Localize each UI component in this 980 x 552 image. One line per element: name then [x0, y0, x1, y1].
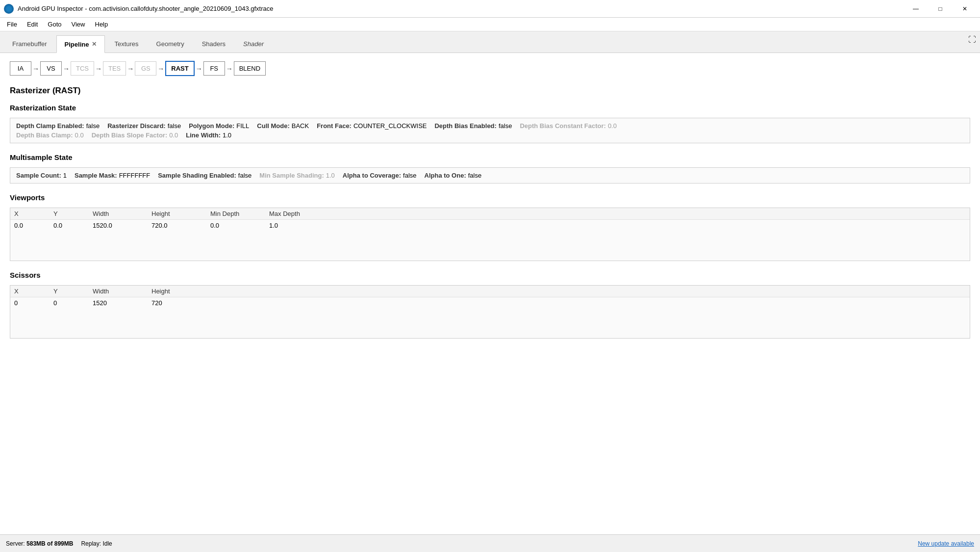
viewport-min-depth: 0.0	[210, 222, 269, 229]
maximize-button[interactable]: □	[929, 1, 952, 16]
depth-bias-slope-factor: Depth Bias Slope Factor: 0.0	[92, 131, 178, 139]
viewports-title: Viewports	[10, 193, 970, 202]
scissors-col-x: X	[14, 288, 53, 295]
menu-view[interactable]: View	[67, 19, 90, 30]
stage-rast[interactable]: RAST	[165, 61, 194, 76]
viewport-y: 0.0	[53, 222, 93, 229]
depth-bias-constant-factor: Depth Bias Constant Factor: 0.0	[520, 122, 617, 130]
scissors-row-0: 0 0 1520 720	[10, 297, 970, 309]
minimize-button[interactable]: —	[905, 1, 927, 16]
min-sample-shading: Min Sample Shading: 1.0	[259, 172, 335, 179]
status-left: Server: 583MB of 899MB Replay: Idle	[6, 540, 112, 547]
sample-mask: Sample Mask: FFFFFFFF	[75, 172, 150, 179]
tab-maximize-icon[interactable]: ⛶	[968, 35, 976, 44]
scissors-y: 0	[53, 299, 93, 307]
arrow-3: →	[94, 65, 103, 73]
viewport-col-max-depth: Max Depth	[269, 210, 328, 217]
menu-bar: File Edit Goto View Help	[0, 18, 980, 31]
rasterization-state-table: Depth Clamp Enabled: false Rasterizer Di…	[10, 118, 970, 143]
scissors-col-width: Width	[93, 288, 151, 295]
rasterizer-discard: Rasterizer Discard: false	[107, 122, 181, 130]
close-button[interactable]: ✕	[954, 1, 976, 16]
viewport-height: 720.0	[151, 222, 210, 229]
server-memory: 583MB of 899MB	[26, 540, 73, 547]
front-face: Front Face: COUNTER_CLOCKWISE	[317, 122, 427, 130]
tab-bar: Framebuffer Pipeline ✕ Textures Geometry…	[0, 31, 980, 53]
scissors-x: 0	[14, 299, 53, 307]
stage-blend[interactable]: BLEND	[234, 61, 266, 76]
tab-framebuffer[interactable]: Framebuffer	[4, 35, 55, 53]
cull-mode: Cull Mode: BACK	[257, 122, 309, 130]
viewport-max-depth: 1.0	[269, 222, 328, 229]
arrow-7: →	[225, 65, 234, 73]
viewport-width: 1520.0	[93, 222, 151, 229]
tab-shader[interactable]: Shader	[235, 35, 272, 53]
multisample-row: Sample Count: 1 Sample Mask: FFFFFFFF Sa…	[16, 172, 964, 179]
tab-geometry[interactable]: Geometry	[148, 35, 193, 53]
rasterization-row-1: Depth Clamp Enabled: false Rasterizer Di…	[16, 122, 964, 130]
menu-goto[interactable]: Goto	[43, 19, 66, 30]
rasterization-section-title: Rasterization State	[10, 104, 970, 112]
status-server-label: Server: 583MB of 899MB	[6, 540, 73, 547]
status-bar: Server: 583MB of 899MB Replay: Idle New …	[0, 534, 980, 552]
page-title: Rasterizer (RAST)	[10, 86, 970, 96]
viewport-x: 0.0	[14, 222, 53, 229]
sample-count: Sample Count: 1	[16, 172, 67, 179]
alpha-to-coverage: Alpha to Coverage: false	[343, 172, 417, 179]
tab-close-pipeline[interactable]: ✕	[92, 41, 97, 48]
title-bar: Android GPU Inspector - com.activision.c…	[0, 0, 980, 18]
alpha-to-one: Alpha to One: false	[425, 172, 482, 179]
scissors-title: Scissors	[10, 271, 970, 279]
depth-bias-enabled: Depth Bias Enabled: false	[434, 122, 512, 130]
stage-ia[interactable]: IA	[10, 61, 31, 76]
menu-file[interactable]: File	[2, 19, 22, 30]
arrow-2: →	[62, 65, 71, 73]
scissors-col-height: Height	[151, 288, 210, 295]
stage-tcs[interactable]: TCS	[71, 61, 94, 76]
depth-clamp-enabled: Depth Clamp Enabled: false	[16, 122, 100, 130]
title-bar-left: Android GPU Inspector - com.activision.c…	[4, 4, 274, 14]
scissors-section: Scissors X Y Width Height 0 0 1520 720	[10, 271, 970, 339]
main-content: IA → VS → TCS → TES → GS → RAST → FS → B…	[0, 53, 980, 534]
server-label: Server:	[6, 540, 25, 547]
viewport-row-0: 0.0 0.0 1520.0 720.0 0.0 1.0	[10, 220, 970, 231]
window-title: Android GPU Inspector - com.activision.c…	[18, 5, 274, 12]
scissors-height: 720	[151, 299, 210, 307]
viewport-col-min-depth: Min Depth	[210, 210, 269, 217]
multisample-state-table: Sample Count: 1 Sample Mask: FFFFFFFF Sa…	[10, 167, 970, 184]
arrow-4: →	[126, 65, 135, 73]
update-link[interactable]: New update available	[918, 540, 974, 547]
viewports-header: X Y Width Height Min Depth Max Depth	[10, 208, 970, 220]
viewport-col-y: Y	[53, 210, 93, 217]
tab-textures[interactable]: Textures	[106, 35, 147, 53]
arrow-6: →	[195, 65, 203, 73]
status-replay: Replay: Idle	[81, 540, 112, 547]
stage-vs[interactable]: VS	[40, 61, 62, 76]
tab-shaders[interactable]: Shaders	[194, 35, 234, 53]
sample-shading-enabled: Sample Shading Enabled: false	[158, 172, 251, 179]
menu-edit[interactable]: Edit	[22, 19, 43, 30]
scissors-col-y: Y	[53, 288, 93, 295]
pipeline-stages: IA → VS → TCS → TES → GS → RAST → FS → B…	[10, 61, 970, 76]
menu-help[interactable]: Help	[90, 19, 113, 30]
app-icon	[4, 4, 14, 14]
scissors-table: X Y Width Height 0 0 1520 720	[10, 285, 970, 339]
stage-gs[interactable]: GS	[135, 61, 156, 76]
window-controls: — □ ✕	[905, 1, 976, 16]
viewport-col-x: X	[14, 210, 53, 217]
multisample-section-title: Multisample State	[10, 153, 970, 161]
rasterization-row-2: Depth Bias Clamp: 0.0 Depth Bias Slope F…	[16, 131, 964, 139]
stage-tes[interactable]: TES	[103, 61, 126, 76]
arrow-1: →	[31, 65, 40, 73]
viewport-col-width: Width	[93, 210, 151, 217]
arrow-5: →	[156, 65, 165, 73]
viewports-section: Viewports X Y Width Height Min Depth Max…	[10, 193, 970, 261]
line-width: Line Width: 1.0	[186, 131, 231, 139]
viewport-col-height: Height	[151, 210, 210, 217]
polygon-mode: Polygon Mode: FILL	[189, 122, 249, 130]
stage-fs[interactable]: FS	[203, 61, 225, 76]
tab-pipeline[interactable]: Pipeline ✕	[56, 35, 105, 53]
viewports-table: X Y Width Height Min Depth Max Depth 0.0…	[10, 208, 970, 261]
scissors-width: 1520	[93, 299, 151, 307]
depth-bias-clamp: Depth Bias Clamp: 0.0	[16, 131, 84, 139]
